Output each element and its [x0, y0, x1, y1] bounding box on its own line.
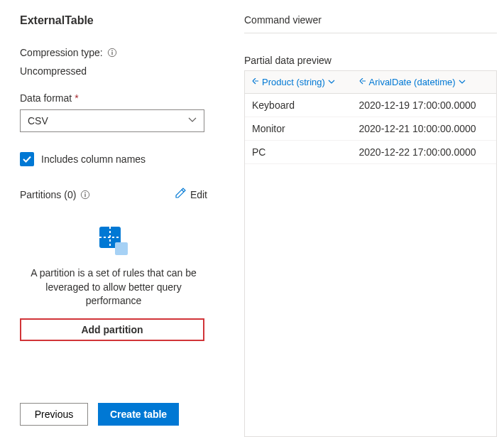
command-viewer-toggle[interactable]: Command viewer [244, 14, 497, 33]
required-asterisk: * [75, 92, 78, 104]
partial-data-preview-label: Partial data preview [244, 55, 497, 66]
chevron-down-icon [328, 77, 335, 87]
partition-illustration-icon [97, 224, 131, 258]
partitions-text: Partitions (0) [20, 189, 76, 200]
column-header-arrivaldate[interactable]: ArivalDate (datetime) [359, 77, 466, 87]
cell-arrival: 2020-12-19 17:00:00.0000 [352, 94, 497, 117]
table-row[interactable]: Keyboard 2020-12-19 17:00:00.0000 [245, 94, 496, 117]
cell-product: Monitor [245, 117, 352, 141]
sort-icon [359, 77, 366, 87]
compression-type-label: Compression type: [20, 47, 207, 58]
sort-icon [252, 77, 259, 87]
table-row[interactable]: PC 2020-12-22 17:00:00.0000 [245, 141, 496, 164]
info-icon[interactable] [80, 190, 90, 200]
svg-rect-9 [115, 242, 128, 255]
cell-product: PC [245, 141, 352, 164]
edit-button[interactable]: Edit [175, 188, 207, 201]
create-table-button[interactable]: Create table [98, 403, 179, 426]
cell-arrival: 2020-12-22 17:00:00.0000 [352, 141, 497, 164]
compression-type-text: Compression type: [20, 47, 103, 58]
page-title: ExternalTable [20, 14, 207, 27]
partition-description: A partition is a set of rules that can b… [20, 266, 207, 308]
info-icon[interactable] [107, 48, 117, 58]
chevron-down-icon [188, 115, 197, 126]
data-preview-table: Product (string) Ariva [244, 70, 497, 437]
previous-button[interactable]: Previous [20, 403, 88, 426]
svg-rect-2 [111, 52, 112, 55]
data-format-value: CSV [28, 115, 48, 126]
pencil-icon [175, 188, 186, 201]
cell-arrival: 2020-12-21 10:00:00.0000 [352, 117, 497, 141]
svg-point-1 [111, 50, 113, 52]
add-partition-button[interactable]: Add partition [20, 318, 204, 341]
column-header-label: Product (string) [262, 77, 325, 87]
column-header-label: ArivalDate (datetime) [369, 77, 456, 87]
includes-column-names-label: Includes column names [41, 153, 146, 165]
add-partition-label: Add partition [81, 324, 143, 335]
data-format-select[interactable]: CSV [20, 109, 204, 132]
table-row[interactable]: Monitor 2020-12-21 10:00:00.0000 [245, 117, 496, 141]
compression-value: Uncompressed [20, 65, 207, 77]
includes-column-names-checkbox[interactable] [20, 152, 34, 166]
svg-point-4 [85, 192, 87, 193]
cell-product: Keyboard [245, 94, 352, 117]
data-format-text: Data format [20, 92, 72, 104]
edit-label: Edit [190, 189, 207, 200]
partitions-label: Partitions (0) [20, 189, 90, 200]
svg-rect-5 [85, 193, 86, 196]
column-header-product[interactable]: Product (string) [252, 77, 335, 87]
data-format-label: Data format * [20, 92, 207, 104]
chevron-down-icon [459, 77, 466, 87]
